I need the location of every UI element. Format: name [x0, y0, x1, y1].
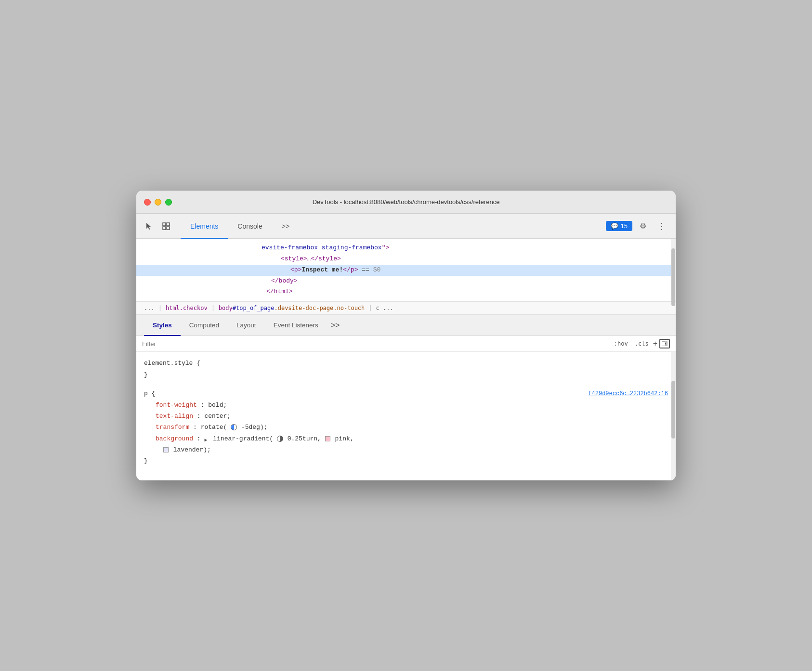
pink-swatch[interactable] — [325, 436, 330, 441]
tree-line-selected[interactable]: <p>Inspect me!</p> == $0 — [136, 265, 676, 276]
add-rule-button[interactable]: + — [653, 339, 657, 348]
cursor-icon[interactable] — [142, 219, 156, 233]
breadcrumb-body[interactable]: body#top_of_page.devsite-doc-page.no-tou… — [219, 305, 365, 311]
tab-elements[interactable]: Elements — [181, 214, 228, 239]
toolbar-right: 💬 15 ⚙ ⋮ — [606, 219, 670, 233]
angle-icon[interactable] — [231, 424, 237, 430]
tab-computed[interactable]: Computed — [181, 315, 228, 336]
breadcrumb-html[interactable]: html.checkov — [166, 305, 208, 311]
lavender-swatch[interactable] — [163, 447, 169, 452]
titlebar: DevTools - localhost:8080/web/tools/chro… — [136, 191, 676, 214]
gradient-icon[interactable] — [277, 436, 283, 442]
expand-arrow[interactable]: ▶ — [204, 436, 209, 441]
tab-console[interactable]: Console — [228, 214, 272, 239]
css-scrollbar-thumb[interactable] — [671, 381, 675, 439]
breadcrumb-more[interactable]: c ... — [376, 305, 393, 311]
p-rule-header: p { f429d9ecc6c…2232b642:16 — [144, 388, 668, 400]
css-scrollbar[interactable] — [671, 352, 676, 480]
svg-rect-3 — [167, 227, 170, 230]
notification-count: 15 — [621, 222, 628, 230]
elements-scrollbar[interactable] — [671, 239, 676, 301]
elements-panel: evsite-framebox staging-framebox"> <styl… — [136, 239, 676, 302]
hov-button[interactable]: :hov — [612, 339, 630, 348]
filter-buttons: :hov .cls + — [612, 339, 670, 348]
tab-more[interactable]: >> — [327, 321, 344, 330]
filter-bar: :hov .cls + — [136, 336, 676, 352]
css-prop-background: background : ▶ linear-gradient( 0.25turn… — [144, 433, 668, 444]
p-rule-file-ref[interactable]: f429d9ecc6c…2232b642:16 — [588, 389, 668, 400]
devtools-window: DevTools - localhost:8080/web/tools/chro… — [136, 191, 676, 480]
toggle-sidebar-button[interactable] — [659, 339, 670, 348]
styles-tabs: Styles Computed Layout Event Listeners >… — [136, 315, 676, 336]
notification-badge[interactable]: 💬 15 — [606, 221, 632, 231]
settings-icon[interactable]: ⚙ — [636, 219, 650, 233]
filter-input[interactable] — [142, 340, 608, 348]
html-tree: evsite-framebox staging-framebox"> <styl… — [136, 239, 676, 301]
cls-button[interactable]: .cls — [632, 339, 651, 348]
notification-icon: 💬 — [611, 222, 618, 230]
tab-styles[interactable]: Styles — [144, 315, 181, 336]
tab-layout[interactable]: Layout — [228, 315, 265, 336]
svg-rect-2 — [163, 227, 166, 230]
scrollbar-thumb[interactable] — [671, 248, 675, 306]
tree-line[interactable]: </html> — [136, 286, 676, 297]
breadcrumb-ellipsis: ... — [144, 305, 155, 311]
traffic-lights — [144, 199, 172, 206]
inspect-icon[interactable] — [159, 219, 173, 233]
css-panel: element.style { } p { f429d9ecc6c…2232b6… — [136, 352, 676, 480]
css-prop-background-cont: lavender); — [144, 444, 668, 455]
svg-rect-0 — [163, 223, 166, 226]
element-style-selector: element.style { — [144, 358, 668, 369]
more-options-button[interactable]: ⋮ — [654, 219, 670, 233]
main-tabs: Elements Console >> — [181, 214, 299, 238]
close-button[interactable] — [144, 199, 151, 206]
window-title: DevTools - localhost:8080/web/tools/chro… — [313, 198, 500, 206]
breadcrumb-bar: ... | html.checkov | body#top_of_page.de… — [136, 302, 676, 315]
p-rule-close: } — [144, 455, 668, 466]
devtools-toolbar: Elements Console >> 💬 15 ⚙ ⋮ — [136, 214, 676, 239]
css-prop-text-align: text-align : center; — [144, 411, 668, 422]
svg-rect-1 — [167, 223, 170, 226]
fullscreen-button[interactable] — [165, 199, 172, 206]
minimize-button[interactable] — [155, 199, 161, 206]
element-style-rule: element.style { } — [144, 358, 668, 380]
element-style-close: } — [144, 369, 668, 380]
p-rule: p { f429d9ecc6c…2232b642:16 font-weight … — [144, 388, 668, 467]
css-prop-font-weight: font-weight : bold; — [144, 400, 668, 411]
tree-line[interactable]: <style>…</style> — [136, 254, 676, 265]
tree-line[interactable]: </body> — [136, 276, 676, 287]
tab-more[interactable]: >> — [272, 214, 299, 239]
tab-event-listeners[interactable]: Event Listeners — [265, 315, 327, 336]
tree-line[interactable]: evsite-framebox staging-framebox"> — [136, 243, 676, 254]
css-prop-transform: transform : rotate( -5deg); — [144, 422, 668, 433]
